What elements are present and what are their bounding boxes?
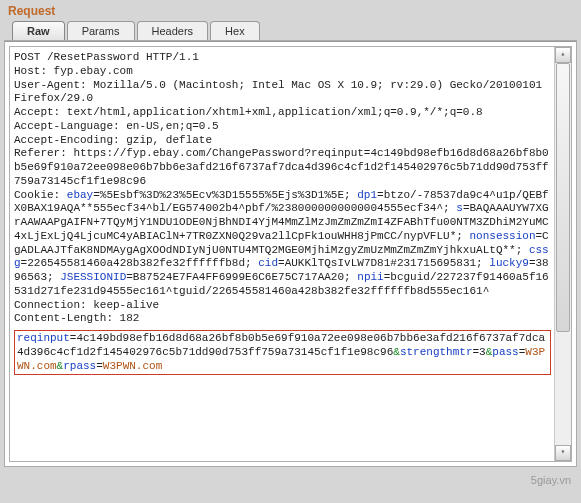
request-line: POST /ResetPassword HTTP/1.1 <box>14 51 199 63</box>
cookie-npii-key: npii <box>357 271 383 283</box>
body-strength-key: strengthmtr <box>400 346 473 358</box>
cookie-nonsession-key: nonsession <box>469 230 535 242</box>
cookie-dp1-key: dp1 <box>357 189 377 201</box>
cookie-jsessionid-key: JSESSIONID <box>60 271 126 283</box>
watermark: 5giay.vn <box>0 471 581 486</box>
header-accept-encoding: Accept-Encoding: gzip, deflate <box>14 134 212 146</box>
tab-hex[interactable]: Hex <box>210 21 260 40</box>
header-connection: Connection: keep-alive <box>14 299 159 311</box>
tabs: Raw Params Headers Hex <box>4 21 577 40</box>
body-rpass-key: rpass <box>63 360 96 372</box>
scroll-track[interactable] <box>555 63 571 445</box>
tab-headers[interactable]: Headers <box>137 21 209 40</box>
cookie-lucky9-key: lucky9 <box>489 257 529 269</box>
scroll-up-icon[interactable]: ▴ <box>555 47 571 63</box>
header-content-length: Content-Length: 182 <box>14 312 139 324</box>
body-pass-key: pass <box>492 346 518 358</box>
cookie-cid-key: cid <box>258 257 278 269</box>
cookie-ebay-key: ebay <box>67 189 93 201</box>
tab-params[interactable]: Params <box>67 21 135 40</box>
header-user-agent: User-Agent: Mozilla/5.0 (Macintosh; Inte… <box>14 79 549 105</box>
scroll-thumb[interactable] <box>556 63 570 332</box>
scrollbar[interactable]: ▴ ▾ <box>554 47 571 461</box>
tab-raw[interactable]: Raw <box>12 21 65 40</box>
header-referer: Referer: https://fyp.ebay.com/ChangePass… <box>14 147 549 187</box>
header-cookie: Cookie: ebay=%5Esbf%3D%23%5Ecv%3D15555%5… <box>14 189 549 297</box>
body-rpass-value: W3PWN.com <box>103 360 162 372</box>
cookie-s-key: s <box>456 202 463 214</box>
header-accept: Accept: text/html,application/xhtml+xml,… <box>14 106 483 118</box>
request-body-box: reqinput=4c149bd98efb16d8d68a26bf8b0b5e6… <box>14 330 551 375</box>
request-body: reqinput=4c149bd98efb16d8d68a26bf8b0b5e6… <box>17 332 545 372</box>
raw-request-content[interactable]: ▴ ▾ POST /ResetPassword HTTP/1.1 Host: f… <box>9 46 572 462</box>
panel-title: Request <box>4 2 577 21</box>
request-panel: ▴ ▾ POST /ResetPassword HTTP/1.1 Host: f… <box>4 40 577 467</box>
header-host: Host: fyp.ebay.com <box>14 65 133 77</box>
body-reqinput-key: reqinput <box>17 332 70 344</box>
scroll-down-icon[interactable]: ▾ <box>555 445 571 461</box>
header-accept-language: Accept-Language: en-US,en;q=0.5 <box>14 120 219 132</box>
